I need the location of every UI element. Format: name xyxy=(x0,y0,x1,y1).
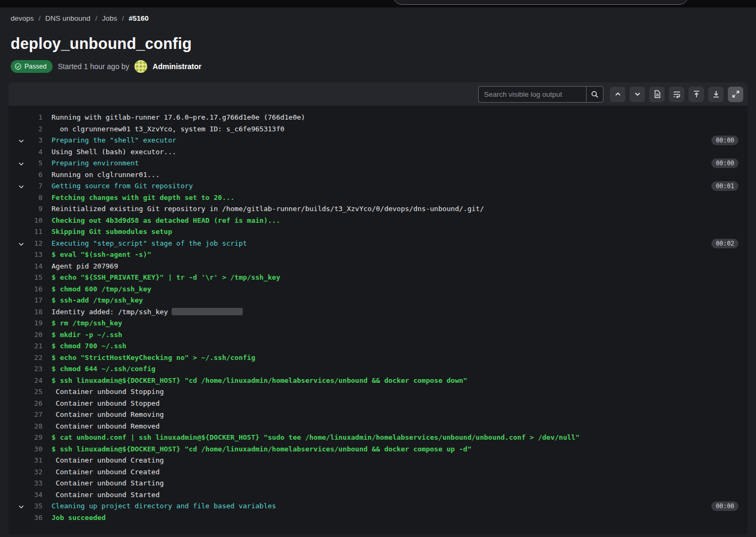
line-number-link[interactable]: 5 xyxy=(38,159,43,167)
breadcrumb-item-project[interactable]: DNS unbound xyxy=(45,14,90,22)
user-name-link[interactable]: Administrator xyxy=(152,62,201,71)
log-section-header[interactable]: 5Preparing environment00:00 xyxy=(9,157,747,169)
log-search-input[interactable] xyxy=(478,86,586,103)
log-line: 14Agent pid 207969 xyxy=(9,261,747,272)
line-number-link[interactable]: 24 xyxy=(34,376,43,384)
line-number-link[interactable]: 14 xyxy=(34,262,43,270)
fullscreen-button[interactable] xyxy=(728,87,743,102)
line-number-link[interactable]: 33 xyxy=(34,479,43,487)
log-line-gutter: 32 xyxy=(9,466,43,478)
breadcrumb-current-job: #5160 xyxy=(129,14,149,22)
raw-log-button[interactable] xyxy=(649,87,665,102)
log-line-gutter: 26 xyxy=(9,398,43,409)
log-line-gutter: 30 xyxy=(9,443,43,455)
breadcrumb-item-jobs[interactable]: Jobs xyxy=(102,14,117,22)
scroll-to-bottom-button[interactable] xyxy=(708,87,724,102)
log-section-header[interactable]: 35Cleaning up project directory and file… xyxy=(9,500,747,512)
line-number-link[interactable]: 21 xyxy=(34,342,43,350)
line-number-link[interactable]: 7 xyxy=(38,182,43,190)
previous-match-button[interactable] xyxy=(610,87,625,102)
status-badge-label: Passed xyxy=(24,63,47,70)
line-number-link[interactable]: 3 xyxy=(38,136,43,144)
log-line-text: Job succeeded xyxy=(43,512,143,524)
log-line-text: on clgrunnernew01 t3_XzvYco, system ID: … xyxy=(43,123,321,135)
line-number-link[interactable]: 30 xyxy=(34,445,43,453)
line-wrap-button[interactable] xyxy=(669,87,684,102)
log-line: 31 Container unbound Creating xyxy=(9,455,747,466)
log-section-header[interactable]: 7Getting source from Git repository00:01 xyxy=(9,180,747,192)
log-section-header[interactable]: 3Preparing the "shell" executor00:00 xyxy=(9,135,747,146)
line-number-link[interactable]: 16 xyxy=(34,285,43,293)
breadcrumb-item-devops[interactable]: devops xyxy=(11,14,34,22)
log-line: 32 Container unbound Created xyxy=(9,466,747,478)
global-search-input[interactable] xyxy=(393,0,689,5)
breadcrumb: devops / DNS unbound / Jobs / #5160 xyxy=(0,7,756,22)
log-line: 17$ ssh-add /tmp/ssh_key xyxy=(9,295,747,306)
log-line-gutter: 14 xyxy=(9,261,43,272)
log-line-gutter: 23 xyxy=(9,363,43,375)
line-number-link[interactable]: 6 xyxy=(38,171,43,179)
line-number-link[interactable]: 19 xyxy=(34,319,43,327)
search-submit-button[interactable] xyxy=(586,86,604,103)
log-line-text: $ echo "StrictHostKeyChecking no" > ~/.s… xyxy=(43,352,293,364)
section-duration-badge: 00:00 xyxy=(711,136,738,145)
line-number-link[interactable]: 8 xyxy=(38,194,43,202)
line-number-link[interactable]: 35 xyxy=(34,502,43,510)
log-line-gutter: 34 xyxy=(9,489,43,501)
line-number-link[interactable]: 28 xyxy=(34,422,43,430)
line-number-link[interactable]: 29 xyxy=(34,433,43,441)
line-number-link[interactable]: 11 xyxy=(34,228,43,236)
log-line-text: Agent pid 207969 xyxy=(43,261,155,272)
line-number-link[interactable]: 36 xyxy=(34,514,43,522)
line-number-link[interactable]: 26 xyxy=(34,399,43,407)
log-line-text: $ chmod 600 /tmp/ssh_key xyxy=(43,283,189,295)
log-line-gutter: 21 xyxy=(9,340,43,352)
log-line-text: $ eval "$(ssh-agent -s)" xyxy=(43,249,189,261)
line-number-link[interactable]: 13 xyxy=(34,250,43,258)
scroll-to-top-button[interactable] xyxy=(689,87,704,102)
line-number-link[interactable]: 23 xyxy=(34,365,43,373)
log-line-gutter: 15 xyxy=(9,272,43,283)
line-number-link[interactable]: 20 xyxy=(34,331,43,339)
line-number-link[interactable]: 27 xyxy=(34,410,43,418)
line-number-link[interactable]: 34 xyxy=(34,491,43,499)
started-text: Started 1 hour ago by xyxy=(58,62,130,71)
chevron-up-icon xyxy=(614,90,622,98)
log-line: 34 Container unbound Started xyxy=(9,489,747,501)
line-number-link[interactable]: 2 xyxy=(38,125,43,133)
line-number-link[interactable]: 10 xyxy=(34,216,43,224)
collapse-section-chevron-icon[interactable] xyxy=(18,182,25,190)
log-line-text: Container unbound Stopped xyxy=(43,398,197,409)
log-line: 21$ chmod 700 ~/.ssh xyxy=(9,340,747,352)
line-number-link[interactable]: 15 xyxy=(34,273,43,281)
log-line: 9Reinitialized existing Git repository i… xyxy=(9,203,747,215)
line-number-link[interactable]: 32 xyxy=(34,468,43,476)
log-line-gutter: 18 xyxy=(9,306,43,318)
log-line: 16$ chmod 600 /tmp/ssh_key xyxy=(9,283,747,295)
collapse-section-chevron-icon[interactable] xyxy=(18,137,25,144)
line-number-link[interactable]: 31 xyxy=(34,456,43,464)
log-line-gutter: 25 xyxy=(9,386,43,398)
line-number-link[interactable]: 22 xyxy=(34,354,43,362)
log-line-text: Preparing the "shell" executor xyxy=(43,135,214,146)
log-line-text: Skipping Git submodules setup xyxy=(43,226,209,238)
line-number-link[interactable]: 17 xyxy=(34,296,43,304)
section-duration-badge: 00:02 xyxy=(711,239,738,248)
log-line-text: Running on clglrunner01... xyxy=(43,169,197,181)
line-number-link[interactable]: 4 xyxy=(38,148,43,156)
line-number-link[interactable]: 18 xyxy=(34,308,43,316)
line-number-link[interactable]: 9 xyxy=(38,205,43,213)
log-line: 22$ echo "StrictHostKeyChecking no" > ~/… xyxy=(9,352,747,364)
collapse-section-chevron-icon[interactable] xyxy=(18,240,25,247)
log-section-header[interactable]: 12Executing "step_script" stage of the j… xyxy=(9,238,747,249)
status-badge: Passed xyxy=(11,60,53,73)
line-number-link[interactable]: 12 xyxy=(34,239,43,247)
log-line-gutter: 9 xyxy=(9,203,43,215)
log-search-group xyxy=(478,86,604,103)
next-match-button[interactable] xyxy=(630,87,645,102)
collapse-section-chevron-icon[interactable] xyxy=(18,160,25,167)
line-number-link[interactable]: 1 xyxy=(38,113,43,121)
collapse-section-chevron-icon[interactable] xyxy=(18,502,25,510)
line-number-link[interactable]: 25 xyxy=(34,388,43,396)
section-duration-badge: 00:00 xyxy=(711,501,738,511)
